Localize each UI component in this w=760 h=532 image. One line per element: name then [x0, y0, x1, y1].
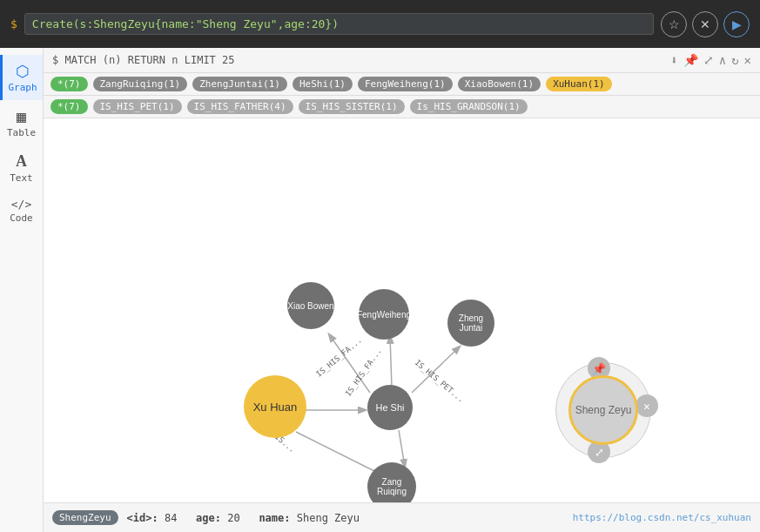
sidebar-label-code: Code — [10, 212, 33, 224]
tags-row-nodes: *(7) ZangRuiqing(1) ZhengJuntai(1) HeShi… — [44, 73, 760, 96]
code-icon: </> — [11, 198, 31, 211]
tag-xiaobowen[interactable]: XiaoBowen(1) — [458, 77, 541, 91]
sidebar: ⬡ Graph ▦ Table A Text </> Code — [0, 48, 44, 532]
table-icon: ▦ — [17, 107, 26, 125]
name-value: Sheng Zeyu — [297, 512, 360, 524]
node-zheng-juntai[interactable]: Zheng Juntai — [447, 300, 494, 347]
edge-label-pet: IS_HIS_PET... — [414, 358, 466, 404]
name-label: name: — [259, 512, 290, 524]
refresh-icon[interactable]: ↻ — [731, 53, 738, 67]
sidebar-item-table[interactable]: ▦ Table — [0, 100, 43, 145]
all-nodes-tag[interactable]: *(7) — [50, 77, 88, 91]
node-xu-huan[interactable]: Xu Huan — [244, 375, 306, 438]
match-bar: $ MATCH (n) RETURN n LIMIT 25 ⬇ 📌 ⤢ ∧ ↻ … — [44, 48, 760, 73]
sidebar-label-graph: Graph — [8, 82, 37, 93]
node-feng-weiheng[interactable]: FengWeiheng — [359, 289, 409, 340]
sidebar-item-code[interactable]: </> Code — [0, 191, 43, 231]
tag-is-his-father[interactable]: IS_HIS_FATHER(4) — [187, 99, 293, 114]
sidebar-label-table: Table — [7, 127, 36, 138]
status-url: https://blog.csdn.net/cs_xuhuan — [573, 512, 751, 523]
tag-is-his-sister[interactable]: IS_HIS_SISTER(1) — [299, 99, 405, 114]
all-rels-tag[interactable]: *(7) — [50, 99, 88, 114]
query-bar: $ Create(s:ShengZeyu{name:"Sheng Zeyu",a… — [0, 0, 760, 48]
tag-zhengjuntai[interactable]: ZhengJuntai(1) — [192, 77, 287, 91]
node-he-shi[interactable]: He Shi — [367, 385, 413, 430]
svg-line-1 — [390, 336, 392, 388]
tag-is-his-pet[interactable]: IS_HIS_PET(1) — [93, 99, 182, 114]
node-xiao-bowen[interactable]: Xiao Bowen — [287, 282, 334, 329]
svg-line-5 — [296, 432, 383, 475]
tag-is-his-grandson[interactable]: Is_HIS_GRANDSON(1) — [410, 99, 528, 114]
match-bar-icons: ⬇ 📌 ⤢ ∧ ↻ ✕ — [670, 53, 751, 67]
graph-area[interactable]: IS_HIS_FA... IS_HIS_FA... IS_HIS_PET... … — [44, 118, 760, 502]
tag-zangruiqing[interactable]: ZangRuiqing(1) — [93, 77, 188, 91]
status-bar: ShengZeyu <id>: 84 age: 20 name: Sheng Z… — [44, 502, 760, 532]
dismiss-node-btn[interactable]: ✕ — [636, 394, 658, 417]
age-label: age: — [196, 512, 221, 524]
svg-line-2 — [329, 334, 370, 393]
star-button[interactable]: ☆ — [661, 11, 687, 37]
pin-icon[interactable]: 📌 — [683, 53, 698, 67]
tag-fengweiheng[interactable]: FengWeiheng(1) — [358, 77, 453, 91]
id-value: 84 — [165, 512, 177, 524]
collapse-icon[interactable]: ∧ — [719, 53, 726, 67]
tag-xuhuan[interactable]: XuHuan(1) — [546, 77, 612, 91]
svg-line-4 — [399, 430, 405, 467]
text-icon: A — [16, 152, 27, 171]
query-input[interactable]: Create(s:ShengZeyu{name:"Sheng Zeyu",age… — [24, 13, 654, 35]
edge-label-father2: IS_HIS_FA... — [314, 335, 363, 378]
expand-icon[interactable]: ⤢ — [703, 53, 714, 67]
sidebar-item-text[interactable]: A Text — [0, 145, 43, 191]
status-node-tag: ShengZeyu — [52, 510, 118, 525]
node-zang-ruiqing[interactable]: Zang Ruiqing — [367, 462, 416, 502]
close-panel-icon[interactable]: ✕ — [744, 53, 751, 67]
content-area: $ MATCH (n) RETURN n LIMIT 25 ⬇ 📌 ⤢ ∧ ↻ … — [44, 48, 760, 532]
age-value: 20 — [227, 512, 239, 524]
sidebar-item-graph[interactable]: ⬡ Graph — [0, 55, 43, 100]
graph-icon: ⬡ — [16, 62, 30, 80]
tag-heshi[interactable]: HeShi(1) — [293, 77, 353, 91]
query-actions: ☆ ✕ ▶ — [661, 11, 750, 37]
sidebar-label-text: Text — [10, 172, 33, 184]
sheng-zeyu-container: 📌 ✕ ⤢ Sheng Zeyu — [555, 362, 651, 458]
query-prompt: $ — [10, 17, 17, 30]
run-button[interactable]: ▶ — [723, 11, 750, 37]
download-icon[interactable]: ⬇ — [670, 53, 677, 67]
match-query: $ MATCH (n) RETURN n LIMIT 25 — [52, 54, 235, 66]
main-area: ⬡ Graph ▦ Table A Text </> Code $ MATCH … — [0, 48, 760, 532]
id-label: <id>: — [127, 512, 158, 524]
close-button[interactable]: ✕ — [692, 11, 718, 37]
status-id: <id>: 84 age: 20 name: Sheng Zeyu — [127, 512, 360, 524]
tags-row-rels: *(7) IS_HIS_PET(1) IS_HIS_FATHER(4) IS_H… — [44, 96, 760, 118]
node-sheng-zeyu[interactable]: Sheng Zeyu — [568, 375, 638, 445]
svg-line-3 — [412, 347, 460, 393]
